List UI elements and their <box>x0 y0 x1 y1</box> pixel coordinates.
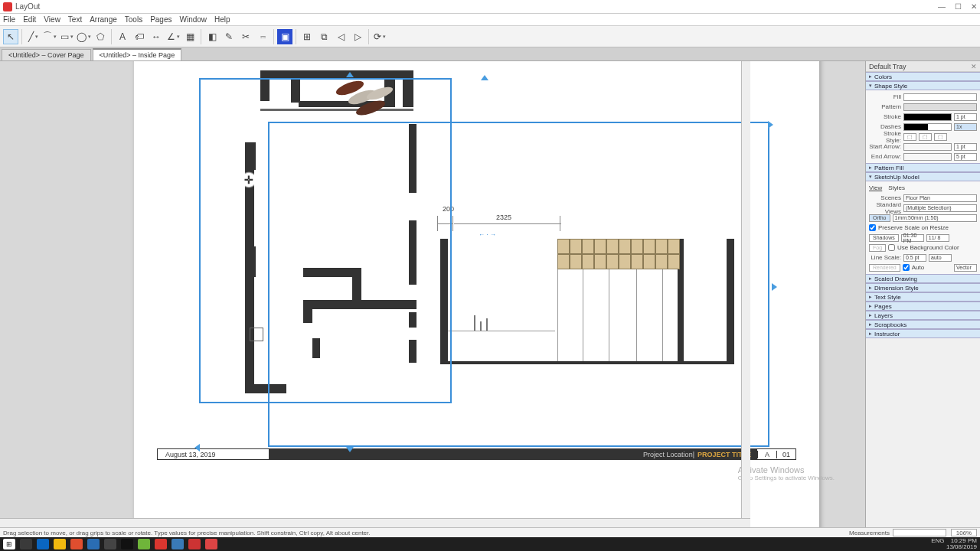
menubar: File Edit View Text Arrange Tools Pages … <box>0 14 980 26</box>
sheet-number: 01 <box>776 451 795 458</box>
preserve-scale-checkbox[interactable] <box>869 224 876 231</box>
canvas[interactable]: 200 2325 ← · → August 13, 2019 Project L… <box>0 61 865 527</box>
app-icon-3[interactable] <box>155 539 167 549</box>
fog-button[interactable]: Fog <box>869 244 886 252</box>
titlebar: LayOut — ☐ ✕ <box>0 0 980 14</box>
grip-sw[interactable] <box>194 444 200 452</box>
add-page-button[interactable]: ⊞ <box>299 29 315 44</box>
menu-edit[interactable]: Edit <box>23 15 36 24</box>
split-tool[interactable]: ✂ <box>238 29 253 44</box>
horizontal-scrollbar[interactable] <box>0 518 750 527</box>
maximize-button[interactable]: ☐ <box>955 2 962 11</box>
dimension-tool[interactable]: ↔ <box>149 29 164 44</box>
panel-shape-style[interactable]: Shape Style <box>866 81 980 90</box>
selection-group[interactable] <box>268 122 769 447</box>
line-tool[interactable]: ╱ <box>25 29 41 44</box>
menu-window[interactable]: Window <box>180 15 207 24</box>
zoom-level[interactable]: 106% <box>951 529 977 536</box>
menu-tools[interactable]: Tools <box>125 15 142 24</box>
menu-pages[interactable]: Pages <box>150 15 172 24</box>
angular-dim-tool[interactable]: ∠ <box>165 29 181 44</box>
app-icon-4[interactable] <box>172 539 184 549</box>
panel-dimension-style[interactable]: Dimension Style <box>866 283 980 292</box>
separator <box>368 29 369 44</box>
bg-color-checkbox[interactable] <box>888 244 895 251</box>
rect-tool[interactable]: ▭ <box>59 29 74 44</box>
edge-icon[interactable] <box>37 539 49 549</box>
next-page-button[interactable]: ▷ <box>350 29 365 44</box>
explorer-icon[interactable] <box>54 539 66 549</box>
join-tool[interactable]: ⎓ <box>255 29 270 44</box>
prev-page-button[interactable]: ◁ <box>333 29 348 44</box>
auto-render-checkbox[interactable] <box>903 264 910 271</box>
grip-east[interactable] <box>772 283 777 291</box>
title-block: August 13, 2019 Project Location | PROJE… <box>157 448 796 460</box>
sm-styles-tab[interactable]: Styles <box>888 184 905 191</box>
std-views-select[interactable]: (Multiple Selection) <box>903 204 977 212</box>
separator <box>273 29 274 44</box>
shadows-button[interactable]: Shadows <box>869 234 899 242</box>
tab-inside-page[interactable]: <Untitled> – Inside Page <box>93 48 182 60</box>
taskview-button[interactable] <box>20 539 32 549</box>
settings-icon[interactable] <box>104 539 116 549</box>
grip-north[interactable] <box>346 72 354 77</box>
steam-icon[interactable] <box>121 539 133 549</box>
presentation-button[interactable]: ▣ <box>277 29 292 44</box>
layout-icon[interactable] <box>205 539 217 549</box>
panel-sketchup-model[interactable]: SketchUp Model <box>866 172 980 181</box>
panel-instructor[interactable]: Instructor <box>866 329 980 338</box>
menu-help[interactable]: Help <box>214 15 230 24</box>
sm-view-tab[interactable]: View <box>869 184 882 191</box>
panel-pages[interactable]: Pages <box>866 302 980 311</box>
grip-n2[interactable] <box>481 75 488 80</box>
sheet-date: August 13, 2019 <box>158 451 269 458</box>
dup-page-button[interactable]: ⧉ <box>316 29 332 44</box>
app-icon-2[interactable] <box>138 539 150 549</box>
render-button[interactable]: ⟳ <box>372 29 387 44</box>
sketchup-icon[interactable] <box>188 539 201 549</box>
label-tool[interactable]: 🏷 <box>132 29 147 44</box>
rendered-button[interactable]: Rendered <box>869 264 900 272</box>
panel-pattern-fill[interactable]: Pattern Fill <box>866 163 980 172</box>
menu-view[interactable]: View <box>44 15 60 24</box>
panel-text-style[interactable]: Text Style <box>866 292 980 302</box>
tray-close-icon[interactable]: ✕ <box>971 63 977 70</box>
tab-cover-page[interactable]: <Untitled> – Cover Page <box>2 49 91 60</box>
separator <box>111 29 112 44</box>
status-bar: Drag selection to move, or drag grips to… <box>0 527 980 537</box>
menu-file[interactable]: File <box>3 15 15 24</box>
panel-layers[interactable]: Layers <box>866 311 980 320</box>
measurements-input[interactable] <box>893 529 946 536</box>
tray-titlebar[interactable]: Default Tray✕ <box>866 61 980 72</box>
minimize-button[interactable]: — <box>938 2 946 11</box>
systray[interactable]: ENG 10:29 PM 13/08/2019 <box>931 538 977 550</box>
panel-colors[interactable]: Colors <box>866 72 980 81</box>
shape-style-body: Fill Pattern Stroke1 pt Dashes1x Stroke … <box>866 90 980 163</box>
polygon-tool[interactable]: ⬠ <box>93 29 108 44</box>
menu-text[interactable]: Text <box>68 15 82 24</box>
taskbar: ⊞ ENG 10:29 PM 13/08/2019 <box>0 537 980 551</box>
eraser-tool[interactable]: ◧ <box>204 29 220 44</box>
grip-south[interactable] <box>346 447 354 452</box>
default-tray: Default Tray✕ Colors Shape Style Fill Pa… <box>865 61 980 527</box>
app-icon-1[interactable] <box>87 539 100 549</box>
toolbar: ↖ ╱ ⌒ ▭ ◯ ⬠ A 🏷 ↔ ∠ ▦ ◧ ✎ ✂ ⎓ ▣ ⊞ ⧉ ◁ ▷ … <box>0 26 980 47</box>
style-tool[interactable]: ✎ <box>221 29 237 44</box>
document-tabs: <Untitled> – Cover Page <Untitled> – Ins… <box>0 47 980 61</box>
start-button[interactable]: ⊞ <box>3 539 15 549</box>
circle-tool[interactable]: ◯ <box>76 29 91 44</box>
panel-scaled-drawing[interactable]: Scaled Drawing <box>866 274 980 283</box>
table-tool[interactable]: ▦ <box>182 29 198 44</box>
scenes-select[interactable]: Floor Plan <box>903 194 977 202</box>
ortho-button[interactable]: Ortho <box>869 214 890 222</box>
panel-scrapbooks[interactable]: Scrapbooks <box>866 320 980 329</box>
close-button[interactable]: ✕ <box>971 2 977 11</box>
select-tool[interactable]: ↖ <box>3 29 18 44</box>
grip-ne[interactable] <box>768 121 773 129</box>
vertical-scrollbar[interactable] <box>741 61 750 518</box>
chrome-icon[interactable] <box>70 539 83 549</box>
text-tool[interactable]: A <box>115 29 130 44</box>
menu-arrange[interactable]: Arrange <box>90 15 117 24</box>
arc-tool[interactable]: ⌒ <box>42 29 57 44</box>
render-mode-select[interactable]: Vector <box>954 264 977 272</box>
